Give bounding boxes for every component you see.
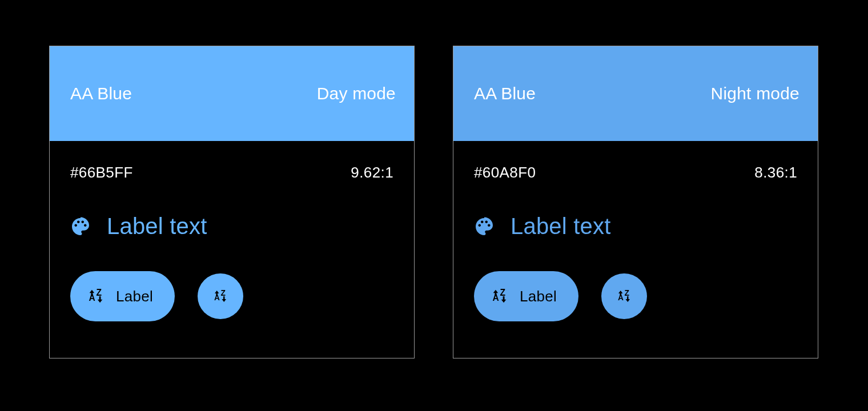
sort-icon: A Z — [212, 288, 229, 305]
pill-label: Label — [116, 288, 153, 305]
card-header: AA Blue Day mode — [50, 46, 414, 141]
label-row: Label text — [70, 213, 393, 239]
hex-value: #60A8F0 — [474, 164, 536, 182]
svg-text:A: A — [89, 293, 96, 303]
color-card-day: AA Blue Day mode #66B5FF 9.62:1 Label te… — [49, 46, 415, 358]
label-text: Label text — [511, 213, 610, 239]
label-row: Label text — [474, 213, 797, 239]
sort-icon: A Z — [86, 287, 106, 306]
palette-icon — [70, 216, 91, 237]
palette-icon — [474, 216, 495, 237]
sort-pill-button[interactable]: A Z Label — [474, 271, 578, 321]
svg-text:Z: Z — [97, 288, 102, 297]
contrast-ratio: 9.62:1 — [351, 164, 393, 182]
sort-pill-button[interactable]: A Z Label — [70, 271, 175, 321]
controls-row: A Z Label A Z — [474, 271, 797, 321]
contrast-ratio: 8.36:1 — [754, 164, 797, 182]
pill-label: Label — [520, 288, 557, 305]
svg-text:A: A — [493, 293, 500, 303]
color-card-night: AA Blue Night mode #60A8F0 8.36:1 Label … — [453, 46, 818, 358]
svg-text:A: A — [618, 293, 624, 302]
card-title: AA Blue — [70, 84, 132, 103]
card-title: AA Blue — [474, 84, 536, 103]
card-header: AA Blue Night mode — [453, 46, 818, 141]
label-text: Label text — [107, 213, 207, 239]
svg-text:Z: Z — [221, 289, 226, 297]
meta-row: #66B5FF 9.62:1 — [70, 164, 393, 182]
meta-row: #60A8F0 8.36:1 — [474, 164, 797, 182]
card-body: #60A8F0 8.36:1 Label text A — [453, 141, 818, 321]
sort-fab-button[interactable]: A Z — [198, 273, 243, 319]
sort-icon: A Z — [616, 288, 633, 305]
hex-value: #66B5FF — [70, 164, 133, 182]
controls-row: A Z Label A Z — [70, 271, 393, 321]
card-body: #66B5FF 9.62:1 Label text A — [50, 141, 414, 321]
sort-icon: A Z — [490, 287, 509, 306]
card-mode: Night mode — [711, 84, 799, 103]
svg-text:A: A — [214, 293, 220, 302]
svg-text:Z: Z — [625, 289, 629, 297]
card-mode: Day mode — [317, 84, 396, 103]
sort-fab-button[interactable]: A Z — [601, 273, 647, 319]
svg-text:Z: Z — [500, 288, 506, 297]
